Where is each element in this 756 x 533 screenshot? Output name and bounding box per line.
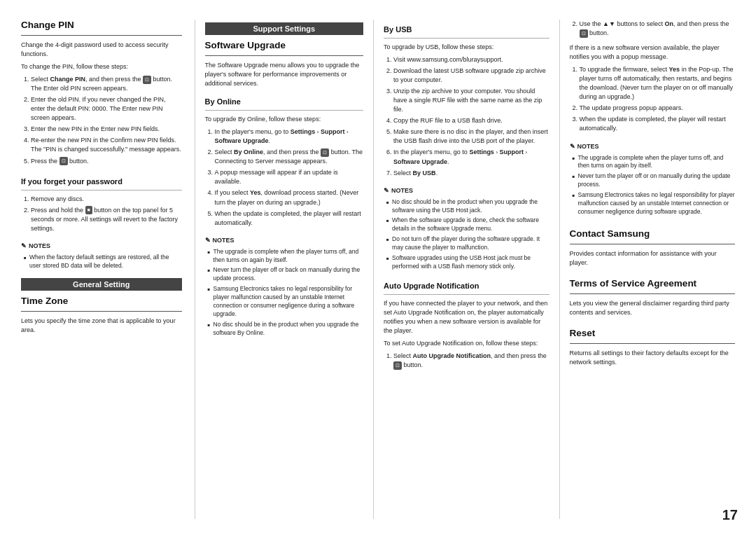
notes-label-2: ✎ NOTES (205, 237, 364, 244)
by-usb-step-2: Download the latest USB software upgrade… (393, 67, 549, 85)
firmware-step-3: When the update is completed, the player… (580, 115, 735, 133)
contact-samsung-desc: Provides contact information for assista… (570, 249, 735, 268)
col3-notes-list: No disc should be in the product when yo… (384, 198, 549, 273)
pencil-icon-1: ✎ (21, 242, 27, 249)
change-pin-intro: Change the 4-digit password used to acce… (21, 41, 182, 59)
col3-note-4: Software upgrades using the USB Host jac… (386, 254, 549, 271)
col3-note-1: No disc should be in the product when yo… (386, 198, 549, 215)
if-new-version: If there is a new software version avail… (570, 43, 735, 62)
by-usb-intro: To upgrade by USB, follow these steps: (384, 43, 549, 52)
col1-note-1: When the factory default settings are re… (24, 254, 182, 270)
btn-icon-2: ⊡ (59, 157, 68, 165)
col2-note-1: The upgrade is complete when the player … (208, 248, 364, 265)
by-usb-step-7: Select By USB. (393, 169, 549, 178)
page: Change PIN Change the 4-digit password u… (0, 0, 756, 533)
change-pin-step-2: Enter the old PIN. If you never changed … (31, 95, 182, 123)
software-upgrade-desc: The Software Upgrade menu allows you to … (205, 61, 364, 88)
col4-note-3: Samsung Electronics takes no legal respo… (573, 191, 735, 216)
col4-step-2: Use the ▲▼ buttons to select On, and the… (580, 20, 735, 38)
col3-note-2: When the software upgrade is done, check… (386, 216, 549, 233)
change-pin-steps-intro: To change the PIN, follow these steps: (21, 62, 182, 71)
firmware-step-2: The update progress popup appears. (580, 104, 735, 113)
time-zone-title: Time Zone (21, 296, 182, 306)
reset-desc: Returns all settings to their factory de… (570, 349, 735, 367)
time-zone-desc: Lets you specify the time zone that is a… (21, 317, 182, 335)
reset-title: Reset (570, 328, 735, 338)
by-usb-step-1: Visit www.samsung.com/bluraysupport. (393, 55, 549, 64)
notes-label-4: ✎ NOTES (570, 143, 735, 150)
forget-step-1: Remove any discs. (31, 195, 182, 204)
btn-icon-3: ■ (85, 206, 92, 214)
change-pin-step-5: Press the ⊡ button. (31, 157, 182, 166)
change-pin-step-1: Select Change PIN, and then press the ⊡ … (31, 75, 182, 93)
page-number: 17 (722, 507, 738, 523)
by-usb-step-6: In the player's menu, go to Settings › S… (393, 148, 549, 166)
column-1: Change PIN Change the 4-digit password u… (21, 20, 195, 519)
by-online-step-1: In the player's menu, go to Settings › S… (215, 127, 364, 146)
by-online-title: By Online (205, 97, 364, 106)
by-usb-title: By USB (384, 25, 549, 34)
col2-note-4: No disc should be in the product when yo… (208, 321, 364, 338)
terms-desc: Lets you view the general disclaimer reg… (570, 299, 735, 317)
auto-upgrade-step-1: Select Auto Upgrade Notification, and th… (393, 352, 549, 370)
col1-notes-list: When the factory default settings are re… (21, 254, 182, 272)
forget-step-2: Press and hold the ■ button on the top p… (31, 206, 182, 233)
pencil-icon-2: ✎ (205, 237, 211, 244)
firmware-step-1: To upgrade the firmware, select Yes in t… (580, 65, 735, 102)
btn-icon-4: ⊡ (321, 148, 329, 157)
btn-icon-1: ⊡ (143, 76, 151, 84)
software-upgrade-title: Software Upgrade (205, 40, 364, 50)
by-usb-step-5: Make sure there is no disc in the player… (393, 127, 549, 146)
terms-title: Terms of Service Agreement (570, 278, 735, 289)
notes-label-1: ✎ NOTES (21, 242, 182, 249)
notes-label-3: ✎ NOTES (384, 187, 549, 194)
auto-upgrade-desc1: If you have connected the player to your… (384, 299, 549, 335)
change-pin-step-4: Re-enter the new PIN in the Confirm new … (31, 136, 182, 154)
contact-samsung-title: Contact Samsung (570, 228, 735, 239)
pencil-icon-4: ✎ (570, 143, 575, 150)
by-online-step-4: If you select Yes, download process star… (215, 188, 364, 207)
by-online-steps-list: In the player's menu, go to Settings › S… (205, 127, 364, 229)
btn-icon-5: ⊡ (393, 361, 402, 370)
change-pin-title: Change PIN (21, 20, 182, 30)
col2-note-3: Samsung Electronics takes no legal respo… (208, 285, 364, 319)
auto-upgrade-title: Auto Upgrade Notification (384, 282, 549, 290)
btn-icon-6: ⊡ (580, 29, 588, 38)
column-2: Support Settings Software Upgrade The So… (195, 20, 374, 519)
by-usb-step-3: Unzip the zip archive to your computer. … (393, 87, 549, 114)
auto-upgrade-desc2: To set Auto Upgrade Notification on, fol… (384, 339, 549, 348)
by-usb-step-4: Copy the RUF file to a USB flash drive. (393, 116, 549, 125)
col4-note-2: Never turn the player off or on manually… (573, 172, 735, 189)
forget-steps-list: Remove any discs. Press and hold the ■ b… (21, 195, 182, 235)
by-online-intro: To upgrade By Online, follow these steps… (205, 115, 364, 124)
pencil-icon-3: ✎ (384, 187, 389, 194)
by-usb-steps-list: Visit www.samsung.com/bluraysupport. Dow… (384, 55, 549, 180)
by-online-step-3: A popup message will appear if an update… (215, 168, 364, 186)
column-3: By USB To upgrade by USB, follow these s… (373, 20, 559, 519)
by-online-step-5: When the update is completed, the player… (215, 209, 364, 228)
col2-note-2: Never turn the player off or back on man… (208, 266, 364, 283)
column-4: Use the ▲▼ buttons to select On, and the… (559, 20, 735, 519)
forget-password-title: If you forget your password (21, 177, 182, 186)
change-pin-step-3: Enter the new PIN in the Enter new PIN f… (31, 125, 182, 134)
col4-steps-top: Use the ▲▼ buttons to select On, and the… (570, 20, 735, 40)
col3-note-3: Do not turn off the player during the so… (386, 235, 549, 252)
firmware-steps-list: To upgrade the firmware, select Yes in t… (570, 65, 735, 135)
by-online-step-2: Select By Online, and then press the ⊡ b… (215, 148, 364, 166)
col4-notes-list: The upgrade is complete when the player … (570, 154, 735, 219)
auto-upgrade-steps-list: Select Auto Upgrade Notification, and th… (384, 352, 549, 372)
general-setting-bar: General Setting (21, 278, 182, 291)
support-settings-bar: Support Settings (205, 22, 364, 35)
change-pin-steps-list: Select Change PIN, and then press the ⊡ … (21, 75, 182, 167)
col2-notes-list: The upgrade is complete when the player … (205, 248, 364, 340)
col4-note-1: The upgrade is complete when the player … (573, 154, 735, 171)
